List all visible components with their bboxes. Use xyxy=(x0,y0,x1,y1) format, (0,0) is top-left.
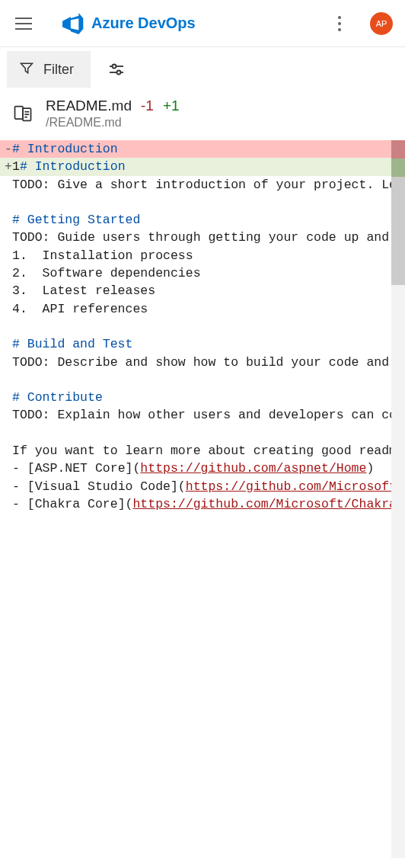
diff-settings-button[interactable] xyxy=(98,51,135,88)
diff-line[interactable] xyxy=(0,424,405,442)
diff-marker xyxy=(5,442,12,460)
code-segment: ( xyxy=(126,497,133,511)
code-segment: # Contribute xyxy=(12,390,103,405)
code-segment: https://github.com/aspnet/Home xyxy=(140,461,366,476)
diff-line[interactable]: # Getting Started xyxy=(0,211,405,229)
filter-label: Filter xyxy=(43,62,74,78)
code-segment: [Visual Studio Code] xyxy=(27,479,178,494)
diff-removed-count: -1 xyxy=(141,98,154,114)
diff-line[interactable]: 4. API references xyxy=(0,300,405,318)
code-segment: # Build and Test xyxy=(12,337,132,351)
code-segment: # Introduction xyxy=(12,142,118,156)
code-segment: [Chakra Core] xyxy=(27,497,126,511)
diff-line[interactable]: TODO: Describe and show how to build you… xyxy=(0,354,405,371)
code-segment: 1. Installation process xyxy=(12,248,193,263)
diff-marker xyxy=(5,211,12,229)
code-segment: If you want to learn more about creating… xyxy=(12,444,405,458)
diff-line[interactable]: 2. Software dependencies xyxy=(0,264,405,282)
code-segment: # Introduction xyxy=(20,159,126,174)
code-segment: - xyxy=(12,479,27,494)
diff-line[interactable]: 3. Latest releases xyxy=(0,282,405,299)
code-segment: TODO: Describe and show how to build you… xyxy=(12,355,405,370)
diff-marker xyxy=(5,300,12,318)
brand-text: Azure DevOps xyxy=(91,14,196,32)
diff-marker xyxy=(5,176,12,194)
diff-line[interactable]: TODO: Explain how other users and develo… xyxy=(0,406,405,424)
diff-line[interactable]: TODO: Give a short introduction of your … xyxy=(0,176,405,194)
diff-marker xyxy=(5,229,12,246)
code-segment: TODO: Guide users through getting your c… xyxy=(12,230,405,245)
diff-line[interactable]: -# Introduction xyxy=(0,140,405,158)
code-segment: - xyxy=(12,497,27,511)
code-segment: https://github.com/Microsoft/vscode xyxy=(186,479,405,494)
code-segment: [ASP.NET Core] xyxy=(27,461,133,476)
file-diff-icon xyxy=(12,103,33,124)
svg-rect-4 xyxy=(15,107,24,119)
diff-marker xyxy=(5,354,12,371)
diff-added-count: +1 xyxy=(163,98,180,114)
code-segment: - xyxy=(12,461,27,476)
line-number: 1 xyxy=(12,159,20,174)
code-segment: 2. Software dependencies xyxy=(12,266,201,280)
code-segment: TODO: Give a short introduction of your … xyxy=(12,178,405,192)
diff-view[interactable]: -# Introduction+1# Introduction TODO: Gi… xyxy=(0,140,405,858)
filter-icon xyxy=(19,60,34,79)
file-info: README.md -1 +1 /README.md xyxy=(46,98,393,130)
diff-marker xyxy=(5,335,12,353)
scrollbar-track[interactable] xyxy=(391,140,405,858)
svg-point-1 xyxy=(113,65,116,69)
settings-sliders-icon xyxy=(107,60,126,78)
diff-line[interactable] xyxy=(0,318,405,335)
code-segment: ( xyxy=(132,461,140,476)
svg-point-3 xyxy=(117,71,121,75)
diff-marker xyxy=(5,194,12,211)
diff-line[interactable]: +1# Introduction xyxy=(0,158,405,175)
code-segment: https://github.com/Microsoft/ChakraCore xyxy=(132,497,405,511)
code-segment: 4. API references xyxy=(12,302,148,316)
brand-section[interactable]: Azure DevOps xyxy=(62,13,330,34)
diff-marker: + xyxy=(5,158,12,175)
more-menu-icon[interactable] xyxy=(330,14,349,33)
toolbar: Filter xyxy=(0,47,405,91)
code-segment: ) xyxy=(366,461,374,476)
diff-line[interactable] xyxy=(0,194,405,211)
code-segment: ( xyxy=(178,479,186,494)
diff-line[interactable]: - [ASP.NET Core](https://github.com/aspn… xyxy=(0,460,405,477)
file-name: README.md xyxy=(46,98,132,114)
diff-marker xyxy=(5,406,12,424)
code-segment: # Getting Started xyxy=(12,213,140,227)
diff-marker xyxy=(5,460,12,477)
diff-marker xyxy=(5,282,12,299)
diff-line[interactable]: TODO: Guide users through getting your c… xyxy=(0,229,405,246)
diff-lines: -# Introduction+1# Introduction TODO: Gi… xyxy=(0,140,405,513)
azure-devops-logo-icon xyxy=(62,13,84,34)
diff-line[interactable]: If you want to learn more about creating… xyxy=(0,442,405,460)
code-segment: 3. Latest releases xyxy=(12,283,155,298)
diff-marker xyxy=(5,478,12,495)
diff-line[interactable]: - [Visual Studio Code](https://github.co… xyxy=(0,478,405,495)
diff-marker xyxy=(5,495,12,513)
user-avatar[interactable]: AP xyxy=(370,12,393,35)
diff-line[interactable]: 1. Installation process xyxy=(0,247,405,264)
diff-marker xyxy=(5,318,12,335)
diff-marker xyxy=(5,264,12,282)
diff-marker: - xyxy=(5,140,12,158)
diff-marker xyxy=(5,247,12,264)
filter-button[interactable]: Filter xyxy=(7,51,91,88)
diff-line[interactable]: - [Chakra Core](https://github.com/Micro… xyxy=(0,495,405,513)
diff-marker xyxy=(5,424,12,442)
diff-line[interactable]: # Build and Test xyxy=(0,335,405,353)
menu-icon[interactable] xyxy=(15,15,32,32)
file-path: /README.md xyxy=(46,116,393,130)
file-header: README.md -1 +1 /README.md xyxy=(0,91,405,140)
app-header: Azure DevOps AP xyxy=(0,0,405,47)
diff-line[interactable] xyxy=(0,371,405,389)
code-segment: TODO: Explain how other users and develo… xyxy=(12,408,405,422)
scrollbar-thumb[interactable] xyxy=(391,140,405,285)
diff-line[interactable]: # Contribute xyxy=(0,389,405,406)
diff-marker xyxy=(5,371,12,389)
diff-marker xyxy=(5,389,12,406)
